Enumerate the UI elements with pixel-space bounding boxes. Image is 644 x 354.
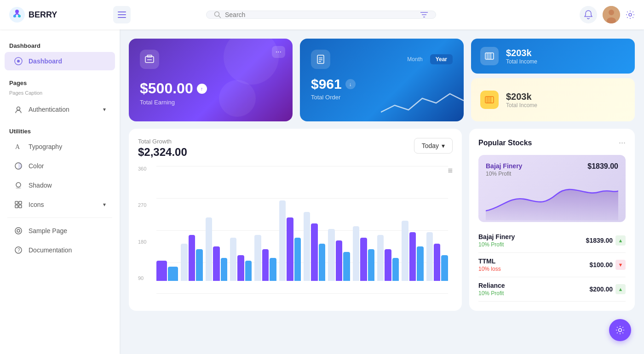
bar-purple [409,232,416,281]
year-tab[interactable]: Year [430,54,453,64]
svg-point-46 [619,329,622,332]
svg-rect-24 [19,201,22,204]
bar-light [426,232,433,281]
stock-right: $1839.00 ▲ [586,235,626,246]
stock-name: Reliance [478,282,505,289]
bar-group-1 [181,235,202,281]
sidebar-section-pages: Pages [0,76,120,88]
icons-chevron: ▾ [103,201,106,208]
income-yellow-amount: $203k [506,91,537,102]
bar-blue [368,249,374,281]
stock-row-2: Reliance 10% Profit $200.00 ▲ [478,277,626,302]
order-card-top: Month Year [311,50,453,69]
bar-group-3 [230,238,252,281]
sidebar-item-dashboard[interactable]: Dashboard [5,52,115,70]
avatar[interactable] [603,6,620,23]
stock-row-1: TTML 10% loss $100.00 ▼ [478,253,626,277]
top-cards-row: ··· $500.00 ↑ Total Earning [129,39,635,121]
settings-button[interactable] [626,10,635,19]
stock-trend-badge: ▲ [615,235,626,246]
bar-purple [336,240,342,281]
stock-row-0: Bajaj Finery 10% Profit $1839.00 ▲ [478,228,626,253]
sidebar-item-icons[interactable]: Icons ▾ [5,195,115,214]
bajaj-chart-area: Bajaj Finery 10% Profit $1839.00 [478,155,626,222]
sidebar-item-typography[interactable]: A Typography [5,137,115,156]
hamburger-button[interactable] [113,6,131,23]
stock-info: Bajaj Finery 10% Profit [478,233,515,248]
today-button[interactable]: Today ▾ [414,138,453,154]
fab-gear-icon [615,325,625,335]
menu-icon [118,11,126,18]
bar-purple [262,249,269,281]
search-icon [214,11,221,18]
sidebar: Dashboard Dashboard Pages Pages Caption … [0,29,120,354]
stock-sub: 10% Profit [478,290,505,297]
bar-purple [311,223,317,281]
bar-purple [213,246,219,281]
month-tab[interactable]: Month [402,54,428,64]
sidebar-item-documentation[interactable]: ? Documentation [5,241,115,259]
income-blue-icon [480,47,499,65]
svg-rect-34 [317,55,324,63]
bar-light [353,226,359,281]
stock-name: TTML [478,257,501,265]
chart-bars [156,166,448,281]
bar-light [402,221,408,281]
search-input[interactable] [225,11,416,18]
sidebar-item-authentication[interactable]: Authentication ▾ [5,100,115,119]
income-yellow-icon [480,91,499,109]
color-icon [14,161,23,171]
stocks-card: Popular Stocks ··· Bajaj Finery 10% Prof… [469,129,635,311]
logo-icon [9,7,25,23]
main-content: ··· $500.00 ↑ Total Earning [120,29,644,354]
stock-sub: 10% loss [478,266,501,272]
svg-rect-32 [147,55,152,57]
sidebar-item-shadow[interactable]: Shadow [5,176,115,194]
bar-light [206,217,212,281]
stock-sub: 10% Profit [478,241,515,248]
earning-card-menu[interactable]: ··· [272,46,285,58]
filter-button[interactable] [420,11,428,18]
svg-rect-6 [118,17,126,18]
bajaj-title-row: Bajaj Finery 10% Profit $1839.00 [486,162,618,177]
income-blue-amount: $203k [506,48,537,58]
svg-rect-5 [118,14,126,15]
svg-point-15 [629,13,632,16]
sidebar-item-sample-page[interactable]: Sample Page [5,222,115,240]
bar-group-9 [377,235,399,281]
bar-light [230,238,236,281]
stock-info: TTML 10% loss [478,257,501,272]
growth-chart-card: Total Growth $2,324.00 Today ▾ ≡ [129,129,462,311]
order-card: Month Year $961 ↓ Total Order [300,39,464,121]
stocks-menu-button[interactable]: ··· [619,138,626,148]
bar-purple [287,217,293,281]
main-layout: Dashboard Dashboard Pages Pages Caption … [0,29,644,354]
topnav: BERRY [0,0,644,29]
stock-name: Bajaj Finery [478,233,515,240]
bar-blue [392,258,399,281]
fab-button[interactable] [609,319,631,341]
sample-page-icon [14,226,23,235]
sidebar-divider [7,217,112,218]
notification-button[interactable] [580,6,597,23]
app-logo: BERRY [9,7,101,23]
chart-header: Total Growth $2,324.00 Today ▾ [138,138,453,159]
earning-trend-icon: ↑ [197,84,207,94]
sidebar-item-color[interactable]: Color [5,157,115,175]
stock-price: $1839.00 [586,237,613,244]
chart-menu-button[interactable]: ≡ [448,166,453,176]
svg-rect-25 [15,205,18,208]
bar-purple [385,249,391,281]
svg-rect-42 [485,97,494,103]
chart-title: Total Growth [138,138,187,145]
svg-line-8 [218,16,221,18]
stock-right: $200.00 ▲ [589,284,626,294]
bar-light [181,244,187,281]
svg-rect-26 [19,205,22,208]
earning-card: ··· $500.00 ↑ Total Earning [129,39,293,121]
bar-blue [196,249,202,281]
bar-blue [245,261,252,281]
typography-icon: A [14,142,23,151]
svg-point-17 [17,60,20,63]
chart-y-labels: 360 270 180 90 [138,166,155,281]
